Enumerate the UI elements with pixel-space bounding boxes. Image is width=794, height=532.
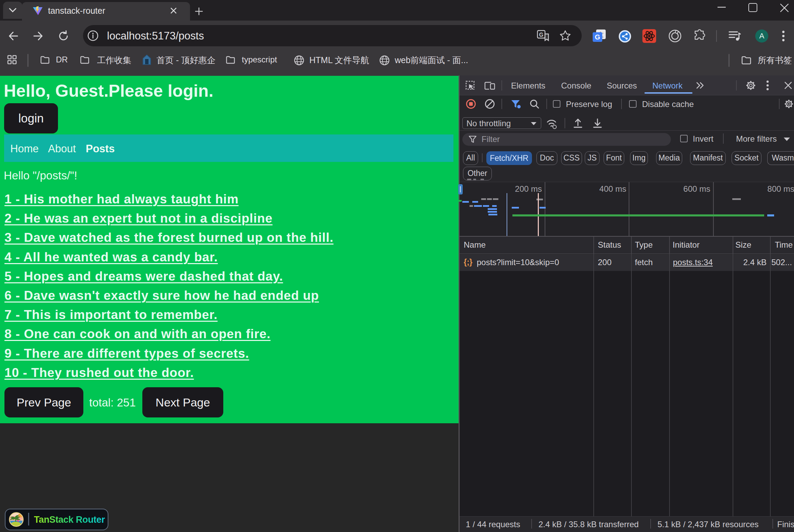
svg-text:G: G <box>595 33 600 41</box>
svg-text:G: G <box>539 32 543 38</box>
